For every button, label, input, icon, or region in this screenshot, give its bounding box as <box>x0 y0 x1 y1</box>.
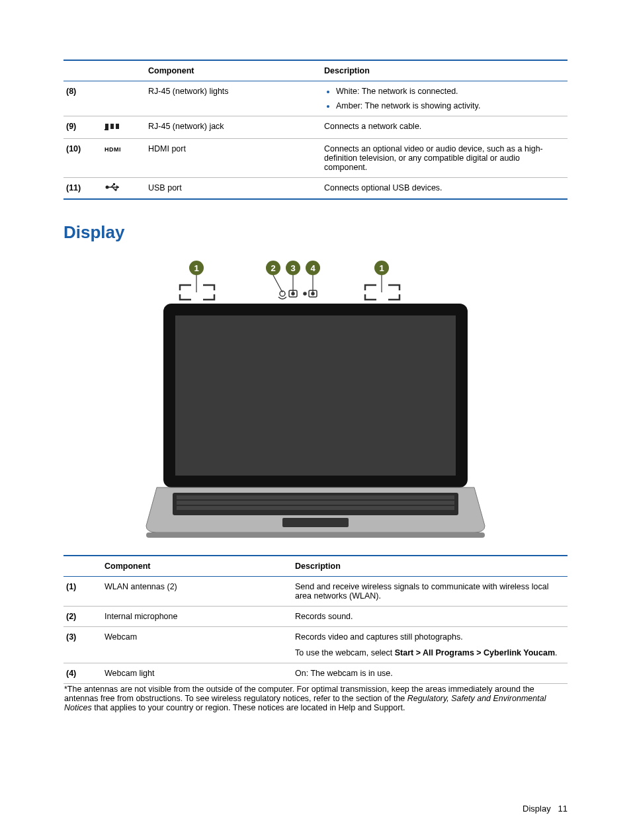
svg-rect-38 <box>282 518 349 527</box>
row-component: RJ-45 (network) jack <box>146 116 321 139</box>
svg-text:1: 1 <box>379 263 384 273</box>
col-num <box>63 60 102 81</box>
row-component: RJ-45 (network) lights <box>146 81 321 116</box>
table-row: (2) Internal microphone Records sound. <box>63 607 568 627</box>
row-num: (2) <box>63 607 102 627</box>
row-num: (4) <box>63 663 102 684</box>
row-component: Webcam light <box>102 663 292 684</box>
desc-line: To use the webcam, select Start > All Pr… <box>295 648 565 657</box>
row-icon: HDMI <box>102 139 146 178</box>
svg-marker-6 <box>116 185 119 189</box>
col-description: Description <box>292 556 568 577</box>
bullet: White: The network is connected. <box>336 87 565 96</box>
network-jack-icon <box>105 122 122 131</box>
svg-point-28 <box>292 292 294 295</box>
table-row: (10) HDMI HDMI port Connects an optional… <box>63 139 568 178</box>
svg-rect-33 <box>175 315 456 476</box>
row-component: Webcam <box>102 627 292 663</box>
svg-text:3: 3 <box>290 263 295 273</box>
row-component: WLAN antennas (2) <box>102 577 292 607</box>
component-table-display: Component Description (1) WLAN antennas … <box>63 555 568 713</box>
row-description: Records video and captures still photogr… <box>292 627 568 663</box>
bullet: Amber: The network is showing activity. <box>336 101 565 110</box>
page: Component Description (8) RJ-45 (network… <box>0 0 631 840</box>
row-description: Send and receive wireless signals to com… <box>292 577 568 607</box>
col-description: Description <box>321 60 568 81</box>
section-heading-display: Display <box>63 222 568 243</box>
svg-rect-1 <box>110 124 114 129</box>
desc-line: Records video and captures still photogr… <box>295 632 565 642</box>
row-component: HDMI port <box>146 139 321 178</box>
table-row: (9) RJ-45 (network) jack Connects a netw… <box>63 116 568 139</box>
svg-rect-0 <box>105 124 108 129</box>
svg-rect-36 <box>177 501 454 505</box>
footer-section: Display <box>523 804 551 814</box>
table-row: (8) RJ-45 (network) lights White: The ne… <box>63 81 568 116</box>
svg-rect-2 <box>116 124 119 129</box>
svg-text:2: 2 <box>271 263 275 273</box>
table-row: (3) Webcam Records video and captures st… <box>63 627 568 663</box>
svg-rect-39 <box>146 532 485 538</box>
row-icon <box>102 178 146 200</box>
laptop-display-figure: 1 2 3 4 1 <box>144 256 487 540</box>
svg-rect-37 <box>177 506 454 510</box>
table-header-row: Component Description <box>63 556 568 577</box>
footnote: *The antennas are not visible from the o… <box>63 684 568 714</box>
row-description: Connects optional USB devices. <box>321 178 568 200</box>
hdmi-icon: HDMI <box>105 146 121 153</box>
svg-line-22 <box>273 275 282 292</box>
row-description: White: The network is connected. Amber: … <box>321 81 568 116</box>
svg-point-10 <box>114 189 117 191</box>
row-num: (1) <box>63 577 102 607</box>
svg-point-31 <box>312 292 314 295</box>
col-component: Component <box>146 60 321 81</box>
row-num: (9) <box>63 116 102 139</box>
svg-rect-3 <box>105 129 108 130</box>
row-component: Internal microphone <box>102 607 292 627</box>
table-row: (1) WLAN antennas (2) Send and receive w… <box>63 577 568 607</box>
table-row: (11) USB port Connects optional USB devi… <box>63 178 568 200</box>
col-component: Component <box>102 556 292 577</box>
row-num: (8) <box>63 81 102 116</box>
row-description: Connects a network cable. <box>321 116 568 139</box>
row-description: Connects an optional video or audio devi… <box>321 139 568 178</box>
svg-text:1: 1 <box>194 263 198 273</box>
row-num: (3) <box>63 627 102 663</box>
svg-point-29 <box>304 292 306 295</box>
row-component: USB port <box>146 178 321 200</box>
table-header-row: Component Description <box>63 60 568 81</box>
col-num <box>63 556 102 577</box>
page-footer: Display 11 <box>523 804 568 814</box>
col-icon <box>102 60 146 81</box>
row-icon <box>102 81 146 116</box>
svg-rect-35 <box>177 495 454 499</box>
table-footnote-row: *The antennas are not visible from the o… <box>63 684 568 714</box>
table-row: (4) Webcam light On: The webcam is in us… <box>63 663 568 684</box>
svg-text:4: 4 <box>310 263 316 273</box>
component-table-top: Component Description (8) RJ-45 (network… <box>63 60 568 200</box>
svg-rect-8 <box>113 183 115 185</box>
footer-page-number: 11 <box>558 804 568 814</box>
row-num: (11) <box>63 178 102 200</box>
usb-icon <box>105 183 122 191</box>
row-icon <box>102 116 146 139</box>
row-description: On: The webcam is in use. <box>292 663 568 684</box>
row-description: Records sound. <box>292 607 568 627</box>
row-num: (10) <box>63 139 102 178</box>
